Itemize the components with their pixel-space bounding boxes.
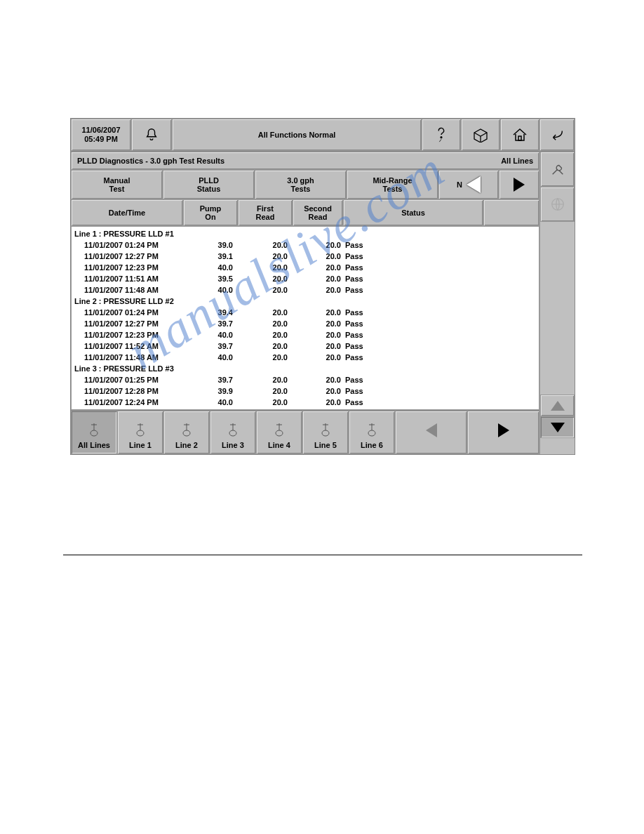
table-row: 11/01/2007 12:24 PM40.020.020.0Pass — [72, 397, 539, 408]
btn-line-5[interactable]: Line 5 — [302, 411, 349, 454]
cell-pump: 39.7 — [184, 376, 239, 384]
alarm-button[interactable] — [131, 119, 172, 151]
cell-pump: 39.7 — [184, 319, 239, 328]
package-button[interactable] — [461, 119, 500, 151]
triangle-right-icon — [514, 178, 525, 192]
tab-midrange-tests[interactable]: Mid-Range Tests — [347, 170, 438, 199]
cell-second: 20.0 — [293, 319, 344, 328]
back-arrow-icon — [549, 128, 565, 142]
cell-status: Pass — [344, 252, 539, 260]
cell-first: 20.0 — [239, 387, 293, 395]
cell-pump: 39.4 — [184, 308, 239, 317]
cell-status: Pass — [344, 398, 539, 406]
title-text: PLLD Diagnostics - 3.0 gph Test Results — [77, 157, 224, 165]
page-divider — [63, 555, 582, 555]
btn-page-left[interactable] — [395, 411, 467, 454]
btn-all-lines[interactable]: All Lines — [71, 411, 117, 454]
table-row: 11/01/2007 11:51 AM39.520.020.0Pass — [72, 273, 539, 284]
main-area: PLLD Diagnostics - 3.0 gph Test Results … — [71, 152, 575, 454]
table-row: 11/01/2007 12:27 PM39.720.020.0Pass — [72, 318, 539, 329]
bottom-bar: All Lines Line 1 Line 2 Line 3 Line 4 — [71, 410, 539, 454]
cell-second: 20.0 — [293, 308, 344, 317]
cell-datetime: 11/01/2007 11:48 AM — [72, 353, 184, 362]
cell-datetime: 11/01/2007 12:24 PM — [72, 398, 184, 406]
cell-first: 20.0 — [239, 263, 293, 272]
home-button[interactable] — [500, 119, 539, 151]
line-icon — [319, 422, 332, 437]
table-row: 11/01/2007 11:52 AM39.720.020.0Pass — [72, 340, 539, 352]
btn-line-2[interactable]: Line 2 — [163, 411, 210, 454]
side-globe-button[interactable] — [540, 187, 575, 222]
cell-pump: 40.0 — [184, 331, 239, 339]
btn-line-6[interactable]: Line 6 — [349, 411, 395, 454]
cell-status: Pass — [344, 241, 539, 249]
cell-datetime: 11/01/2007 12:27 PM — [72, 252, 184, 260]
status-text: All Functions Normal — [258, 131, 336, 139]
tab-scroll-right[interactable] — [499, 170, 539, 199]
group-header: Line 2 : PRESSURE LLD #2 — [72, 296, 539, 307]
cell-first: 20.0 — [239, 398, 293, 406]
cell-status: Pass — [344, 274, 539, 283]
cell-pump: 39.7 — [184, 342, 239, 350]
left-pane: PLLD Diagnostics - 3.0 gph Test Results … — [71, 152, 539, 454]
tab-manual-test[interactable]: Manual Test — [71, 170, 163, 199]
cell-second: 20.0 — [293, 376, 344, 384]
cell-datetime: 11/01/2007 01:25 PM — [72, 376, 184, 384]
cell-first: 20.0 — [239, 308, 293, 317]
group-header: Line 3 : PRESSURE LLD #3 — [72, 363, 539, 374]
col-second: Second Read — [293, 199, 343, 226]
cell-first: 20.0 — [239, 331, 293, 339]
top-toolbar: 11/06/2007 05:49 PM All Functions Normal — [71, 119, 575, 152]
cell-datetime: 11/01/2007 11:48 AM — [72, 286, 184, 294]
cell-first: 20.0 — [239, 319, 293, 328]
datetime-cell: 11/06/2007 05:49 PM — [71, 119, 131, 151]
package-icon — [472, 127, 489, 143]
btn-page-right[interactable] — [467, 411, 539, 454]
triangle-up-icon — [551, 401, 565, 411]
tab-3gph-tests[interactable]: 3.0 gph Tests — [255, 170, 347, 199]
bell-icon — [144, 127, 159, 143]
tab-plld-status[interactable]: PLLD Status — [163, 170, 255, 199]
line-icon — [180, 422, 193, 437]
cell-second: 20.0 — [293, 241, 344, 249]
cell-pump: 40.0 — [184, 398, 239, 406]
btn-line-1[interactable]: Line 1 — [117, 411, 163, 454]
tab-scroll-left-icon[interactable] — [467, 176, 481, 193]
title-right: All Lines — [501, 157, 533, 165]
triangle-right-icon — [498, 423, 509, 437]
svg-point-17 — [322, 430, 329, 436]
tab-scroll: N — [438, 170, 499, 199]
help-button[interactable] — [422, 119, 461, 151]
cell-second: 20.0 — [293, 274, 344, 283]
cell-second: 20.0 — [293, 342, 344, 350]
side-scroll-up[interactable] — [540, 395, 575, 416]
btn-line-3[interactable]: Line 3 — [210, 411, 256, 454]
cell-pump: 40.0 — [184, 263, 239, 272]
app-window: 11/06/2007 05:49 PM All Functions Normal… — [70, 118, 575, 455]
cell-second: 20.0 — [293, 331, 344, 339]
column-headers: Date/Time Pump On First Read Second Read… — [71, 199, 539, 226]
side-tools-button[interactable] — [540, 152, 575, 187]
cell-datetime: 11/01/2007 01:24 PM — [72, 308, 184, 317]
cell-status: Pass — [344, 376, 539, 384]
right-sidebar — [539, 152, 575, 454]
cell-datetime: 11/01/2007 12:28 PM — [72, 387, 184, 395]
table-row: 11/01/2007 01:25 PM39.720.020.0Pass — [72, 374, 539, 385]
cell-second: 20.0 — [293, 286, 344, 294]
cell-pump: 39.1 — [184, 252, 239, 260]
cell-second: 20.0 — [293, 387, 344, 395]
cell-datetime: 11/01/2007 12:23 PM — [72, 263, 184, 272]
svg-point-0 — [441, 137, 442, 138]
cell-first: 20.0 — [239, 274, 293, 283]
side-scroll-down[interactable] — [540, 416, 575, 438]
cell-first: 20.0 — [239, 252, 293, 260]
cell-status: Pass — [344, 308, 539, 317]
cell-first: 20.0 — [239, 376, 293, 384]
status-cell: All Functions Normal — [172, 119, 422, 151]
svg-point-2 — [90, 430, 98, 436]
cell-status: Pass — [344, 331, 539, 339]
svg-point-20 — [368, 430, 375, 436]
btn-line-4[interactable]: Line 4 — [256, 411, 302, 454]
cell-pump: 40.0 — [184, 286, 239, 294]
back-button[interactable] — [539, 119, 575, 151]
